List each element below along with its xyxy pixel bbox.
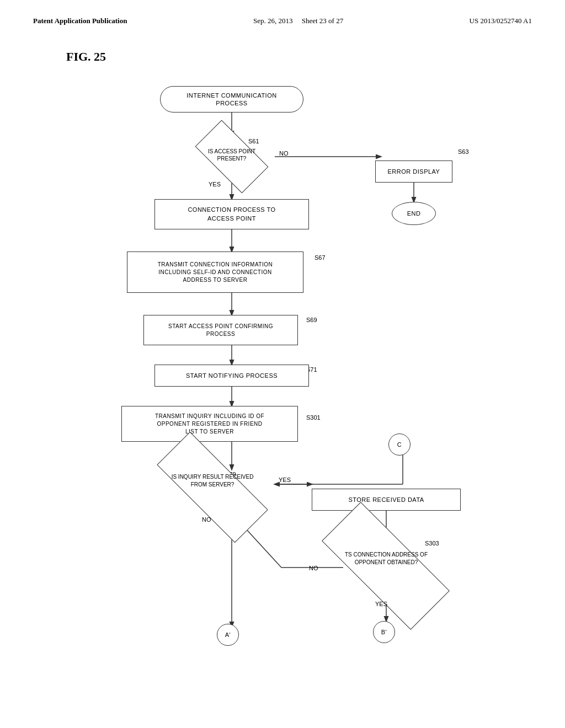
figure-area: FIG. 25 <box>33 50 532 654</box>
header-date: Sep. 26, 2013 Sheet 23 of 27 <box>253 17 343 25</box>
c-connector: C <box>388 433 411 456</box>
no-s61: NO <box>279 150 289 157</box>
s301-label: S301 <box>306 414 321 421</box>
s79-diamond-container: IS INQUIRY RESULT RECEIVEDFROM SERVER? <box>149 461 276 513</box>
s67-label: S67 <box>315 254 326 261</box>
s69-rect: START ACCESS POINT CONFIRMING PROCESS <box>143 315 298 345</box>
s63-label: S63 <box>458 148 469 155</box>
s67-rect: TRANSMIT CONNECTION INFORMATION INCLUDIN… <box>127 251 303 293</box>
yes-s61: YES <box>209 181 221 188</box>
header-right: US 2013/0252740 A1 <box>470 17 532 25</box>
s71-rect: START NOTIFYING PROCESS <box>154 365 309 387</box>
start-node: INTERNET COMMUNICATION PROCESS <box>160 86 303 113</box>
header-left: Patent Application Publication <box>33 17 127 25</box>
start-label: INTERNET COMMUNICATION PROCESS <box>186 92 276 108</box>
page: Patent Application Publication Sep. 26, … <box>0 0 565 728</box>
s63-rect: ERROR DISPLAY <box>375 160 452 183</box>
end-oval: END <box>392 202 436 225</box>
b-prime-connector: B' <box>373 621 395 643</box>
s301-rect: TRANSMIT INQUIRY INCLUDING ID OF OPPONEN… <box>121 406 298 442</box>
no-s79: NO <box>202 516 211 523</box>
yes-s303: YES <box>375 601 387 607</box>
flowchart: INTERNET COMMUNICATION PROCESS S61 IS AC… <box>61 75 535 654</box>
s81-rect: STORE RECEIVED DATA <box>312 489 461 511</box>
s303-diamond-container: TS CONNECTION ADDRESS OFOPPONENT OBTAINE… <box>315 536 458 599</box>
no-s303: NO <box>309 565 318 571</box>
s61-diamond-container: IS ACCESS POINTPRESENT? <box>188 136 276 177</box>
yes-s79: YES <box>279 477 291 483</box>
sheet-info: Sheet 23 of 27 <box>302 17 343 25</box>
s65-rect: CONNECTION PROCESS TO ACCESS POINT <box>154 199 309 229</box>
header: Patent Application Publication Sep. 26, … <box>33 17 532 28</box>
a-prime-connector: A' <box>217 624 239 646</box>
figure-label: FIG. 25 <box>66 50 106 64</box>
s69-label: S69 <box>306 317 317 323</box>
